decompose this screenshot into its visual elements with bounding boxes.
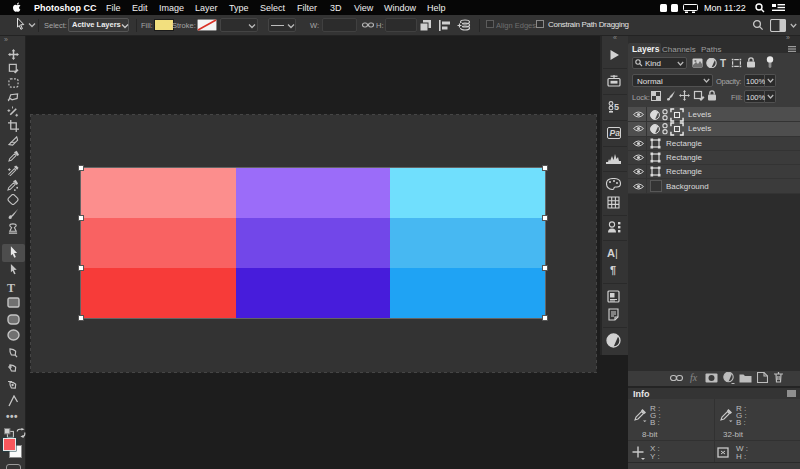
svg-text:5: 5 bbox=[614, 102, 619, 112]
svg-text:Pa: Pa bbox=[610, 128, 621, 138]
